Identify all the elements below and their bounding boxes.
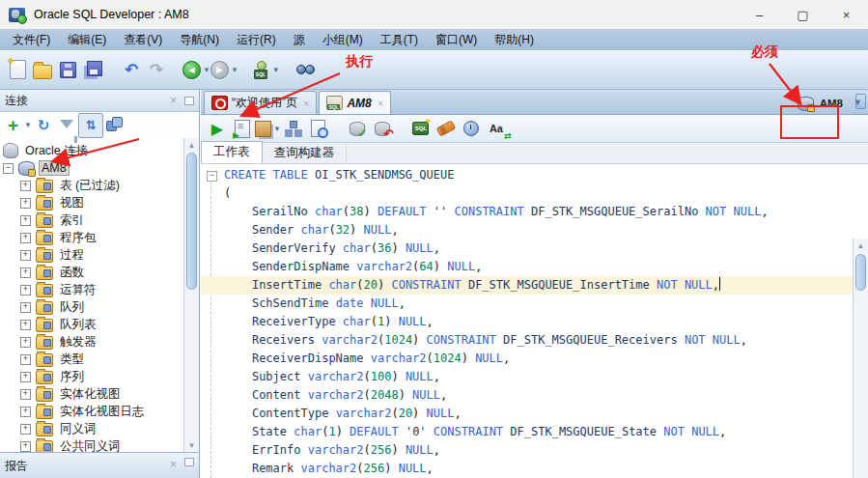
tree-node-10[interactable]: +触发器 — [0, 333, 185, 351]
tree-node-1[interactable]: +表 (已过滤) — [0, 177, 185, 194]
tree-scrollbar-thumb[interactable] — [186, 153, 197, 290]
tree-root-oracle-connections[interactable]: Oracle 连接 — [0, 142, 185, 159]
save-button[interactable] — [55, 56, 80, 83]
dropdown-caret-icon[interactable]: ▼ — [203, 66, 210, 74]
code-line[interactable]: SerailNo char(38) DEFAULT '' CONSTRAINT … — [224, 203, 853, 221]
menu-item-8[interactable]: 工具(T) — [372, 29, 427, 50]
reports-collapse-icon[interactable] — [184, 458, 194, 466]
expand-node-icon[interactable]: + — [20, 372, 31, 382]
maximize-button[interactable]: ▢ — [781, 0, 825, 29]
scroll-up-icon[interactable]: ▲ — [184, 138, 199, 152]
code-line[interactable]: SchSendTime date NULL, — [224, 295, 853, 313]
change-case-button[interactable]: Aa — [484, 117, 509, 141]
code-line[interactable]: ReceiverDispName varchar2(1024) NULL, — [224, 350, 853, 368]
editor-scrollbar-thumb[interactable] — [855, 254, 866, 291]
explain-plan-button[interactable]: ▼ — [255, 117, 281, 141]
tree-node-5[interactable]: +过程 — [0, 246, 185, 264]
open-file-button[interactable] — [30, 56, 55, 83]
dropdown-caret-icon[interactable]: ▼ — [272, 66, 280, 74]
new-file-button[interactable] — [5, 56, 30, 83]
menu-item-9[interactable]: 窗口(W) — [427, 29, 486, 50]
code-line[interactable]: SenderDispName varchar2(64) NULL, — [224, 258, 853, 276]
sql-history-button[interactable] — [459, 117, 484, 141]
reports-close-icon[interactable]: × — [170, 458, 177, 471]
editor-tab-1[interactable]: “欢迎使用”页× — [204, 91, 317, 114]
expand-node-icon[interactable]: + — [20, 320, 31, 330]
connection-selector-caret-icon[interactable]: ▼ — [854, 98, 862, 107]
code-line[interactable]: CREATE TABLE OI_STK_SENDMSG_QUEUE — [224, 166, 853, 184]
tree-node-12[interactable]: +序列 — [0, 368, 185, 385]
tree-node-13[interactable]: +实体化视图 — [0, 385, 185, 403]
code-line[interactable]: SenderVerify char(36) NULL, — [224, 239, 853, 258]
save-all-button[interactable] — [80, 56, 105, 83]
code-fold-icon[interactable]: − — [207, 171, 217, 182]
code-line[interactable]: ReceiverType char(1) NULL, — [224, 313, 853, 331]
tab-close-icon[interactable]: × — [303, 98, 309, 109]
code-line[interactable]: Receivers varchar2(1024) CONSTRAINT DF_S… — [224, 331, 853, 350]
expand-node-icon[interactable]: + — [20, 267, 31, 278]
tree-node-2[interactable]: +视图 — [0, 194, 185, 211]
code-line[interactable]: Sender char(32) NULL, — [224, 221, 853, 239]
back-button[interactable]: ◀▼ — [182, 56, 210, 83]
collapse-all-button[interactable] — [103, 114, 126, 137]
expand-node-icon[interactable]: + — [20, 302, 31, 313]
menu-item-5[interactable]: 运行(R) — [228, 29, 285, 50]
clear-button[interactable] — [434, 117, 459, 141]
tree-node-7[interactable]: +运算符 — [0, 281, 185, 298]
menu-item-3[interactable]: 查看(V) — [115, 29, 171, 50]
tree-node-4[interactable]: +程序包 — [0, 229, 185, 246]
code-line[interactable]: InsertTime char(20) CONSTRAINT DF_STK_MS… — [201, 276, 868, 295]
tree-node-3[interactable]: +索引 — [0, 211, 185, 229]
menu-item-4[interactable]: 导航(N) — [171, 29, 228, 50]
run-script-button[interactable] — [230, 117, 255, 141]
search-button[interactable] — [294, 56, 319, 83]
dropdown-caret-icon[interactable]: ▼ — [24, 121, 32, 129]
unshared-worksheet-button[interactable]: SQL — [408, 117, 434, 141]
expand-node-icon[interactable]: + — [20, 233, 31, 243]
close-panel-icon[interactable]: × — [170, 94, 177, 107]
forward-button[interactable]: ▶▼ — [210, 56, 238, 83]
minimize-button[interactable]: – — [738, 0, 781, 29]
code-line[interactable]: Remark varchar2(256) NULL, — [224, 460, 853, 478]
tree-node-9[interactable]: +队列表 — [0, 316, 185, 333]
tree-node-16[interactable]: +公共同义词 — [0, 437, 185, 452]
expand-node-icon[interactable]: + — [20, 215, 31, 226]
close-button[interactable]: × — [825, 0, 868, 29]
autotrace-button[interactable] — [281, 117, 306, 141]
dropdown-caret-icon[interactable]: ▼ — [231, 66, 238, 74]
tree-node-11[interactable]: +类型 — [0, 351, 185, 368]
tree-node-8[interactable]: +队列 — [0, 298, 185, 316]
sort-button[interactable]: ⇅ — [78, 113, 103, 138]
refresh-button[interactable]: ↻ — [32, 114, 55, 137]
expand-node-icon[interactable]: + — [20, 337, 31, 348]
menu-item-1[interactable]: 文件(F) — [4, 29, 59, 50]
expand-node-icon[interactable]: + — [20, 441, 31, 452]
code-line[interactable]: ContentType varchar2(20) NULL, — [224, 405, 853, 423]
subtab-1[interactable]: 工作表 — [201, 141, 263, 163]
menu-item-2[interactable]: 编辑(E) — [59, 29, 115, 50]
code-line[interactable]: State char(1) DEFAULT '0' CONSTRAINT DF_… — [224, 423, 853, 441]
editor-tab-2[interactable]: AM8× — [319, 91, 391, 114]
sql-editor[interactable]: − CREATE TABLE OI_STK_SENDMSG_QUEUE( Ser… — [201, 164, 868, 478]
menu-item-6[interactable]: 源 — [285, 29, 314, 50]
rollback-button[interactable] — [370, 117, 395, 141]
subtab-2[interactable]: 查询构建器 — [263, 143, 348, 163]
tree-node-connection-am8[interactable]: −AM8 — [0, 159, 185, 177]
sql-tuning-button[interactable] — [306, 117, 331, 141]
sql-code[interactable]: CREATE TABLE OI_STK_SENDMSG_QUEUE( Serai… — [224, 164, 853, 478]
collapse-panel-icon[interactable] — [184, 97, 194, 105]
expand-node-icon[interactable]: + — [20, 389, 31, 400]
scroll-down-icon[interactable]: ▼ — [184, 438, 199, 452]
redo-button[interactable]: ↷ — [144, 56, 169, 83]
tree-node-15[interactable]: +同义词 — [0, 420, 185, 437]
tab-close-icon[interactable]: × — [378, 98, 383, 109]
expand-node-icon[interactable]: + — [20, 250, 31, 261]
expand-node-icon[interactable]: + — [20, 198, 31, 209]
tree-scrollbar[interactable]: ▲ ▼ — [183, 138, 199, 452]
expand-node-icon[interactable]: + — [20, 407, 31, 417]
dropdown-caret-icon[interactable]: ▼ — [273, 125, 281, 133]
editor-scrollbar[interactable]: ▲ — [853, 239, 868, 478]
menu-item-7[interactable]: 小组(M) — [314, 29, 372, 50]
tree-node-6[interactable]: +函数 — [0, 264, 185, 281]
code-line[interactable]: ( — [224, 184, 853, 203]
